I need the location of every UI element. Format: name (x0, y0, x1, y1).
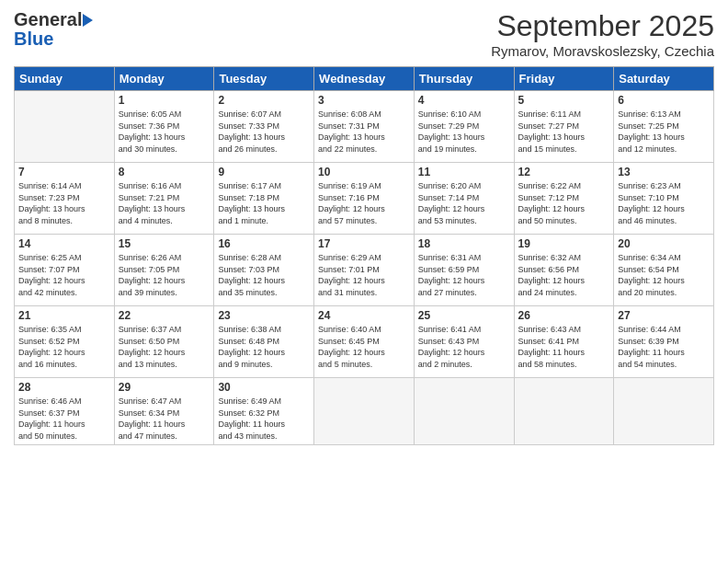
logo-blue: Blue (14, 29, 53, 50)
calendar-cell: 25Sunrise: 6:41 AM Sunset: 6:43 PM Dayli… (414, 306, 514, 378)
day-info: Sunrise: 6:10 AM Sunset: 7:29 PM Dayligh… (418, 109, 510, 155)
weekday-header-sunday: Sunday (15, 67, 115, 91)
calendar-cell: 5Sunrise: 6:11 AM Sunset: 7:27 PM Daylig… (514, 91, 614, 163)
day-number: 20 (618, 237, 710, 250)
day-info: Sunrise: 6:13 AM Sunset: 7:25 PM Dayligh… (618, 109, 710, 155)
calendar-cell: 24Sunrise: 6:40 AM Sunset: 6:45 PM Dayli… (314, 306, 415, 378)
calendar-cell (614, 378, 714, 445)
calendar-cell: 11Sunrise: 6:20 AM Sunset: 7:14 PM Dayli… (414, 163, 514, 235)
calendar-header-row: SundayMondayTuesdayWednesdayThursdayFrid… (15, 67, 714, 91)
day-info: Sunrise: 6:49 AM Sunset: 6:32 PM Dayligh… (218, 396, 310, 442)
day-number: 27 (618, 309, 710, 322)
day-number: 21 (18, 309, 110, 322)
day-info: Sunrise: 6:08 AM Sunset: 7:31 PM Dayligh… (318, 109, 410, 155)
day-info: Sunrise: 6:07 AM Sunset: 7:33 PM Dayligh… (218, 109, 310, 155)
calendar-cell: 17Sunrise: 6:29 AM Sunset: 7:01 PM Dayli… (314, 235, 415, 306)
day-info: Sunrise: 6:41 AM Sunset: 6:43 PM Dayligh… (418, 324, 510, 370)
day-number: 3 (318, 94, 410, 107)
day-info: Sunrise: 6:23 AM Sunset: 7:10 PM Dayligh… (618, 180, 710, 226)
week-row-2: 7Sunrise: 6:14 AM Sunset: 7:23 PM Daylig… (15, 163, 714, 235)
calendar-cell: 22Sunrise: 6:37 AM Sunset: 6:50 PM Dayli… (114, 306, 214, 378)
day-number: 9 (218, 166, 310, 178)
day-number: 30 (218, 381, 310, 394)
title-section: September 2025 Rymarov, Moravskoslezsky,… (491, 9, 714, 59)
day-info: Sunrise: 6:46 AM Sunset: 6:37 PM Dayligh… (18, 396, 110, 442)
day-number: 26 (518, 309, 610, 322)
calendar-cell (414, 378, 514, 445)
calendar-cell: 4Sunrise: 6:10 AM Sunset: 7:29 PM Daylig… (414, 91, 514, 163)
day-number: 14 (18, 237, 110, 250)
day-number: 12 (518, 166, 610, 178)
calendar-cell: 10Sunrise: 6:19 AM Sunset: 7:16 PM Dayli… (314, 163, 415, 235)
day-info: Sunrise: 6:38 AM Sunset: 6:48 PM Dayligh… (218, 324, 310, 370)
day-number: 8 (119, 166, 210, 178)
day-info: Sunrise: 6:37 AM Sunset: 6:50 PM Dayligh… (119, 324, 210, 370)
calendar-cell: 15Sunrise: 6:26 AM Sunset: 7:05 PM Dayli… (114, 235, 214, 306)
week-row-5: 28Sunrise: 6:46 AM Sunset: 6:37 PM Dayli… (15, 378, 714, 445)
day-number: 23 (218, 309, 310, 322)
calendar-cell: 9Sunrise: 6:17 AM Sunset: 7:18 PM Daylig… (214, 163, 314, 235)
day-info: Sunrise: 6:32 AM Sunset: 6:56 PM Dayligh… (518, 252, 610, 298)
week-row-3: 14Sunrise: 6:25 AM Sunset: 7:07 PM Dayli… (15, 235, 714, 306)
weekday-header-monday: Monday (114, 67, 214, 91)
day-info: Sunrise: 6:47 AM Sunset: 6:34 PM Dayligh… (119, 396, 210, 442)
calendar-cell: 1Sunrise: 6:05 AM Sunset: 7:36 PM Daylig… (114, 91, 214, 163)
weekday-header-friday: Friday (514, 67, 614, 91)
month-title: September 2025 (491, 9, 714, 43)
weekday-header-thursday: Thursday (414, 67, 514, 91)
day-info: Sunrise: 6:28 AM Sunset: 7:03 PM Dayligh… (218, 252, 310, 298)
week-row-4: 21Sunrise: 6:35 AM Sunset: 6:52 PM Dayli… (15, 306, 714, 378)
calendar-cell (15, 91, 115, 163)
day-info: Sunrise: 6:22 AM Sunset: 7:12 PM Dayligh… (518, 180, 610, 226)
calendar-cell: 30Sunrise: 6:49 AM Sunset: 6:32 PM Dayli… (214, 378, 314, 445)
calendar-table: SundayMondayTuesdayWednesdayThursdayFrid… (14, 66, 714, 445)
day-info: Sunrise: 6:26 AM Sunset: 7:05 PM Dayligh… (119, 252, 210, 298)
day-info: Sunrise: 6:19 AM Sunset: 7:16 PM Dayligh… (318, 180, 410, 226)
calendar-cell: 12Sunrise: 6:22 AM Sunset: 7:12 PM Dayli… (514, 163, 614, 235)
calendar-cell: 21Sunrise: 6:35 AM Sunset: 6:52 PM Dayli… (15, 306, 115, 378)
weekday-header-saturday: Saturday (614, 67, 714, 91)
day-number: 5 (518, 94, 610, 107)
calendar-cell: 6Sunrise: 6:13 AM Sunset: 7:25 PM Daylig… (614, 91, 714, 163)
day-number: 19 (518, 237, 610, 250)
day-number: 4 (418, 94, 510, 107)
day-info: Sunrise: 6:14 AM Sunset: 7:23 PM Dayligh… (18, 180, 110, 226)
day-number: 10 (318, 166, 410, 178)
day-number: 1 (119, 94, 210, 107)
logo: General Blue (14, 9, 94, 50)
day-number: 18 (418, 237, 510, 250)
day-info: Sunrise: 6:17 AM Sunset: 7:18 PM Dayligh… (218, 180, 310, 226)
day-info: Sunrise: 6:44 AM Sunset: 6:39 PM Dayligh… (618, 324, 710, 370)
day-number: 13 (618, 166, 710, 178)
calendar-cell: 19Sunrise: 6:32 AM Sunset: 6:56 PM Dayli… (514, 235, 614, 306)
logo-arrow-icon (83, 14, 93, 27)
day-number: 16 (218, 237, 310, 250)
day-info: Sunrise: 6:20 AM Sunset: 7:14 PM Dayligh… (418, 180, 510, 226)
day-number: 7 (18, 166, 110, 178)
day-info: Sunrise: 6:43 AM Sunset: 6:41 PM Dayligh… (518, 324, 610, 370)
day-number: 11 (418, 166, 510, 178)
day-number: 22 (119, 309, 210, 322)
calendar-cell: 29Sunrise: 6:47 AM Sunset: 6:34 PM Dayli… (114, 378, 214, 445)
calendar-cell: 23Sunrise: 6:38 AM Sunset: 6:48 PM Dayli… (214, 306, 314, 378)
calendar-cell: 18Sunrise: 6:31 AM Sunset: 6:59 PM Dayli… (414, 235, 514, 306)
day-number: 15 (119, 237, 210, 250)
calendar-cell: 3Sunrise: 6:08 AM Sunset: 7:31 PM Daylig… (314, 91, 415, 163)
calendar-cell (314, 378, 415, 445)
week-row-1: 1Sunrise: 6:05 AM Sunset: 7:36 PM Daylig… (15, 91, 714, 163)
day-info: Sunrise: 6:16 AM Sunset: 7:21 PM Dayligh… (119, 180, 210, 226)
day-number: 24 (318, 309, 410, 322)
day-info: Sunrise: 6:29 AM Sunset: 7:01 PM Dayligh… (318, 252, 410, 298)
calendar-cell: 2Sunrise: 6:07 AM Sunset: 7:33 PM Daylig… (214, 91, 314, 163)
day-number: 29 (119, 381, 210, 394)
day-info: Sunrise: 6:11 AM Sunset: 7:27 PM Dayligh… (518, 109, 610, 155)
day-info: Sunrise: 6:40 AM Sunset: 6:45 PM Dayligh… (318, 324, 410, 370)
day-number: 17 (318, 237, 410, 250)
location: Rymarov, Moravskoslezsky, Czechia (491, 43, 714, 59)
calendar-cell: 14Sunrise: 6:25 AM Sunset: 7:07 PM Dayli… (15, 235, 115, 306)
calendar-cell (514, 378, 614, 445)
weekday-header-wednesday: Wednesday (314, 67, 415, 91)
day-number: 25 (418, 309, 510, 322)
day-info: Sunrise: 6:34 AM Sunset: 6:54 PM Dayligh… (618, 252, 710, 298)
page-container: General Blue September 2025 Rymarov, Mor… (0, 0, 728, 454)
